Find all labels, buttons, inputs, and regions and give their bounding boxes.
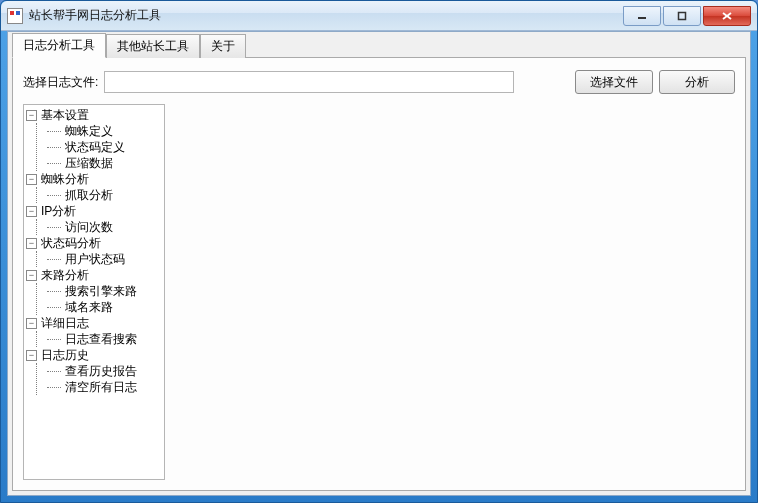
- tree-leaf-label: 访问次数: [65, 219, 113, 236]
- tree-node-label: 蜘蛛分析: [41, 171, 89, 188]
- tree-leaf[interactable]: 访问次数: [43, 219, 164, 235]
- tree-connector: [47, 131, 61, 132]
- tree-connector: [47, 387, 61, 388]
- minimize-icon: [637, 11, 647, 21]
- svg-rect-1: [679, 12, 686, 19]
- tree-node[interactable]: −来路分析: [26, 267, 164, 283]
- tree-node-label: 状态码分析: [41, 235, 101, 252]
- tree-leaf[interactable]: 抓取分析: [43, 187, 164, 203]
- tree-connector: [47, 147, 61, 148]
- tree-node[interactable]: −基本设置: [26, 107, 164, 123]
- tree-leaf[interactable]: 搜索引擎来路: [43, 283, 164, 299]
- close-button[interactable]: [703, 6, 751, 26]
- tree-node-label: IP分析: [41, 203, 76, 220]
- collapse-icon[interactable]: −: [26, 110, 37, 121]
- client-area: 日志分析工具 其他站长工具 关于 选择日志文件: 选择文件 分析 −基本设置蜘蛛…: [7, 31, 751, 496]
- tree-connector: [47, 163, 61, 164]
- tree-node[interactable]: −状态码分析: [26, 235, 164, 251]
- app-icon: [7, 8, 23, 24]
- tree-node[interactable]: −IP分析: [26, 203, 164, 219]
- tree-connector: [47, 307, 61, 308]
- tab-other-tools[interactable]: 其他站长工具: [106, 34, 200, 58]
- tree-leaf[interactable]: 清空所有日志: [43, 379, 164, 395]
- maximize-button[interactable]: [663, 6, 701, 26]
- tree-leaf[interactable]: 用户状态码: [43, 251, 164, 267]
- tab-about[interactable]: 关于: [200, 34, 246, 58]
- tree-node-label: 日志历史: [41, 347, 89, 364]
- tab-log-analysis[interactable]: 日志分析工具: [12, 33, 106, 58]
- collapse-icon[interactable]: −: [26, 318, 37, 329]
- tree-leaf-label: 清空所有日志: [65, 379, 137, 396]
- collapse-icon[interactable]: −: [26, 238, 37, 249]
- window-title: 站长帮手网日志分析工具: [29, 7, 161, 24]
- tree-leaf-label: 查看历史报告: [65, 363, 137, 380]
- choose-file-button[interactable]: 选择文件: [575, 70, 653, 94]
- window-controls: [621, 6, 751, 26]
- analyze-button[interactable]: 分析: [659, 70, 735, 94]
- tree-leaf[interactable]: 域名来路: [43, 299, 164, 315]
- tree-leaf-label: 日志查看搜索: [65, 331, 137, 348]
- minimize-button[interactable]: [623, 6, 661, 26]
- tab-page-log-analysis: 选择日志文件: 选择文件 分析 −基本设置蜘蛛定义状态码定义压缩数据−蜘蛛分析抓…: [12, 58, 746, 491]
- tree-node[interactable]: −详细日志: [26, 315, 164, 331]
- file-select-row: 选择日志文件: 选择文件 分析: [23, 70, 735, 94]
- tree-node[interactable]: −日志历史: [26, 347, 164, 363]
- select-log-label: 选择日志文件:: [23, 74, 98, 91]
- log-filepath-input[interactable]: [104, 71, 514, 93]
- tree-leaf-label: 搜索引擎来路: [65, 283, 137, 300]
- collapse-icon[interactable]: −: [26, 270, 37, 281]
- tree-node-label: 详细日志: [41, 315, 89, 332]
- tree-leaf[interactable]: 状态码定义: [43, 139, 164, 155]
- collapse-icon[interactable]: −: [26, 350, 37, 361]
- tree-leaf[interactable]: 日志查看搜索: [43, 331, 164, 347]
- window-frame: 站长帮手网日志分析工具 日志分析工具 其他站长工具 关于 选择日: [0, 0, 758, 503]
- tree-connector: [47, 339, 61, 340]
- tabstrip: 日志分析工具 其他站长工具 关于: [12, 36, 746, 58]
- tree-connector: [47, 195, 61, 196]
- tree-connector: [47, 259, 61, 260]
- tree-node-label: 基本设置: [41, 107, 89, 124]
- tree-connector: [47, 227, 61, 228]
- collapse-icon[interactable]: −: [26, 206, 37, 217]
- tree-connector: [47, 291, 61, 292]
- tree-leaf-label: 域名来路: [65, 299, 113, 316]
- tree-leaf-label: 用户状态码: [65, 251, 125, 268]
- tree-leaf-label: 蜘蛛定义: [65, 123, 113, 140]
- tree-leaf[interactable]: 压缩数据: [43, 155, 164, 171]
- collapse-icon[interactable]: −: [26, 174, 37, 185]
- tree-connector: [47, 371, 61, 372]
- navigation-tree[interactable]: −基本设置蜘蛛定义状态码定义压缩数据−蜘蛛分析抓取分析−IP分析访问次数−状态码…: [23, 104, 165, 480]
- tree-leaf-label: 状态码定义: [65, 139, 125, 156]
- close-icon: [721, 11, 733, 21]
- titlebar[interactable]: 站长帮手网日志分析工具: [1, 1, 757, 31]
- tree-leaf-label: 抓取分析: [65, 187, 113, 204]
- maximize-icon: [677, 11, 687, 21]
- tree-leaf[interactable]: 蜘蛛定义: [43, 123, 164, 139]
- tree-node[interactable]: −蜘蛛分析: [26, 171, 164, 187]
- tree-leaf-label: 压缩数据: [65, 155, 113, 172]
- tree-leaf[interactable]: 查看历史报告: [43, 363, 164, 379]
- tree-node-label: 来路分析: [41, 267, 89, 284]
